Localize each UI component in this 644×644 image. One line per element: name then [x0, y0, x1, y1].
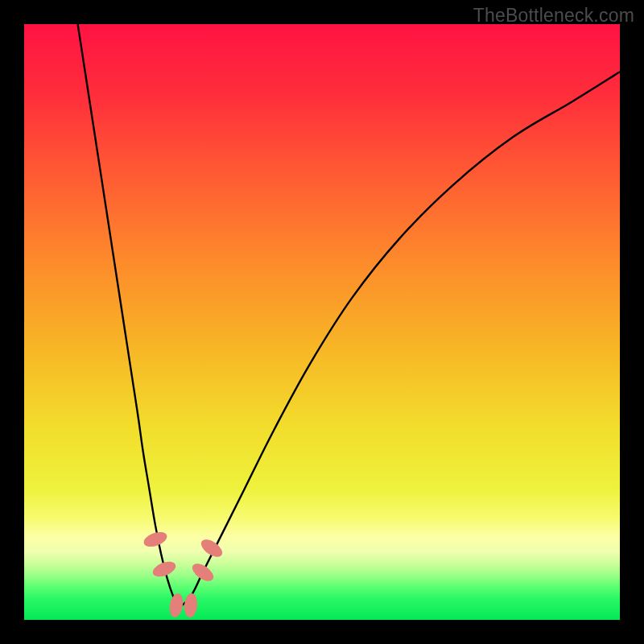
curve-right-branch: [179, 72, 620, 608]
curve-left-branch: [78, 24, 180, 608]
plot-area: [24, 24, 620, 620]
watermark-text: TheBottleneck.com: [473, 5, 634, 27]
bottleneck-curve: [24, 24, 620, 620]
chart-frame: TheBottleneck.com: [0, 0, 644, 644]
